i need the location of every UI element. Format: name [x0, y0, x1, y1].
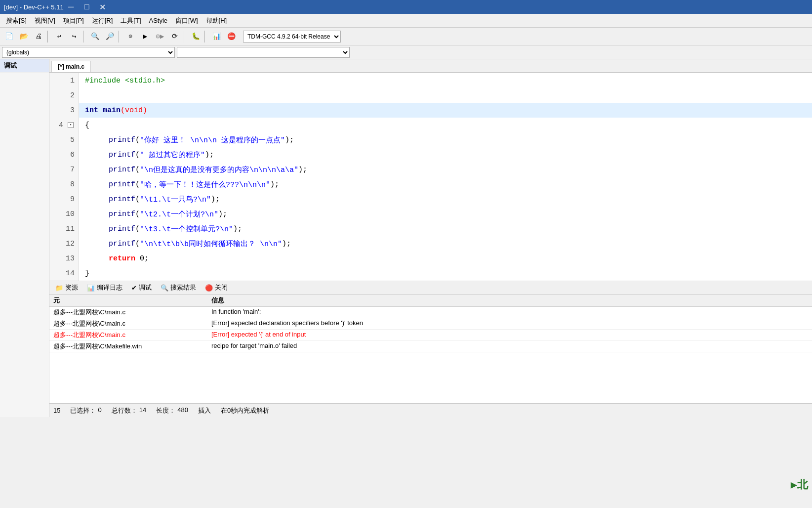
code-printf-6: printf [109, 151, 135, 159]
code-return: return [109, 254, 135, 263]
error-row-1[interactable]: 超多---北盟网校\C\main.c In function 'main': [49, 307, 812, 318]
status-length-val: 480 [177, 406, 188, 415]
menu-run[interactable]: 运行[R] [88, 14, 117, 27]
code-p7-rest: ( [135, 166, 140, 174]
menu-help[interactable]: 帮助[H] [202, 14, 231, 27]
line-num-13: 13 [49, 251, 79, 266]
code-printf-10: printf [109, 210, 135, 218]
statusbar: 15 已选择： 0 总行数： 14 长度： 480 插入 在0秒内完成解析 [49, 403, 812, 417]
code-line-3: int main(void) [79, 103, 812, 118]
line-num-7: 7 [49, 162, 79, 177]
code-str-5: "你好 这里！ \n\n\n 这是程序的一点点" [140, 135, 285, 145]
chart-btn[interactable]: 📊 [209, 30, 223, 43]
error-col-msg: 信息 [211, 296, 808, 305]
symbol-dropdown[interactable] [177, 47, 350, 58]
code-line-9: printf("\t1.\t一只鸟?\n"); [79, 192, 812, 207]
status-parse-label: 在0秒内完成解析 [221, 406, 269, 415]
code-area[interactable]: #include <stdio.h> int main(void) { [79, 73, 812, 281]
minimize-button[interactable]: ─ [64, 0, 79, 14]
error-file-3: 超多---北盟网校\C\main.c [53, 331, 211, 339]
status-line-val: 15 [53, 407, 60, 414]
toolbar-sep-2 [83, 31, 86, 42]
debug-icon: ✔ [131, 284, 137, 292]
new-button[interactable]: 📄 [2, 30, 16, 43]
code-p12-rest: ( [135, 240, 140, 248]
menu-project[interactable]: 项目[P] [59, 14, 88, 27]
code-printf-12: printf [109, 240, 135, 248]
left-tab-debug[interactable]: 调试 [0, 59, 49, 73]
line-num-10: 10 [49, 207, 79, 221]
code-str-7: "\n但是这真的是没有更多的内容\n\n\n\a\a" [140, 165, 298, 174]
compile-btn[interactable]: ⚙ [123, 30, 137, 43]
error-row-2[interactable]: 超多---北盟网校\C\main.c [Error] expected decl… [49, 318, 812, 330]
status-insert-label: 插入 [198, 406, 211, 415]
toolbar: 📄 📂 🖨 ↩ ↪ 🔍 🔎 ⚙ ▶ ⚙▶ ⟳ 🐛 📊 ⛔ TDM-GCC 4.9… [0, 28, 812, 45]
undo-button[interactable]: ↩ [52, 30, 66, 43]
open-button[interactable]: 📂 [17, 30, 31, 43]
globals-dropdown[interactable]: (globals) [2, 47, 175, 58]
search-btn[interactable]: 🔍 [88, 30, 102, 43]
close-icon: 🔴 [205, 284, 213, 292]
code-p11-rest: ( [135, 225, 140, 233]
code-main: main [103, 106, 121, 115]
dropdowns-row: (globals) [0, 45, 812, 59]
status-line: 15 [53, 407, 60, 414]
line-num-8: 8 [49, 177, 79, 192]
error-file-2: 超多---北盟网校\C\main.c [53, 319, 211, 328]
error-msg-3: [Error] expected '{' at end of input [211, 331, 808, 339]
code-brace-close: } [85, 269, 89, 278]
code-void: void [125, 106, 143, 115]
bottom-tab-debug[interactable]: ✔ 调试 [127, 282, 156, 293]
toolbar-sep-5 [204, 31, 207, 42]
code-p5-end: ); [285, 136, 294, 144]
bottom-tab-close[interactable]: 🔴 关闭 [201, 282, 232, 293]
status-selected-label: 已选择： [70, 406, 96, 415]
code-ret-space [135, 254, 140, 263]
error-row-3[interactable]: 超多---北盟网校\C\main.c [Error] expected '{' … [49, 330, 812, 341]
close-button[interactable]: ✕ [95, 0, 110, 14]
maximize-button[interactable]: □ [80, 0, 94, 14]
bottom-tab-compile-log[interactable]: 📊 编译日志 [83, 282, 126, 293]
status-selected-val: 0 [98, 406, 101, 415]
search-icon: 🔍 [161, 284, 168, 292]
code-str-9: "\t1.\t一只鸟?\n" [140, 195, 211, 204]
fold-4[interactable]: ▪ [68, 122, 74, 128]
error-msg-1: In function 'main': [211, 308, 808, 317]
code-printf-7: printf [109, 166, 135, 174]
line-num-5: 5 [49, 132, 79, 147]
debug-btn[interactable]: 🐛 [189, 30, 203, 43]
code-str-12: "\n\t\t\b\b同时如何循环输出？ \n\n" [140, 239, 282, 249]
rebuild-btn[interactable]: ⟳ [168, 30, 182, 43]
debug-label: 调试 [139, 283, 152, 292]
menu-astyle[interactable]: AStyle [145, 15, 172, 26]
menu-search[interactable]: 搜索[S] [2, 14, 31, 27]
compiler-select[interactable]: TDM-GCC 4.9.2 64-bit Release [243, 31, 341, 42]
menu-view[interactable]: 视图[V] [31, 14, 59, 27]
replace-btn[interactable]: 🔎 [103, 30, 117, 43]
compilelog-icon: 📊 [87, 284, 95, 292]
bottom-tab-resources[interactable]: 📁 资源 [51, 282, 82, 293]
error-row-4[interactable]: 超多---北盟网校\C\Makefile.win recipe for targ… [49, 341, 812, 352]
code-p11-end: ); [233, 225, 242, 233]
redo-button[interactable]: ↪ [67, 30, 81, 43]
code-printf-11: printf [109, 225, 135, 233]
compilrun-btn[interactable]: ⚙▶ [153, 30, 167, 43]
code-p12-end: ); [282, 240, 291, 248]
code-line-11: printf("\t3.\t一个控制单元?\n"); [79, 221, 812, 236]
resources-icon: 📁 [55, 284, 63, 292]
code-int: int [85, 106, 98, 115]
code-ret-val: 0 [140, 254, 144, 263]
tab-main-c[interactable]: [*] main.c [51, 61, 91, 72]
menu-tools[interactable]: 工具[T] [117, 14, 145, 27]
error-msg-2: [Error] expected declaration specifiers … [211, 319, 808, 328]
stop-btn[interactable]: ⛔ [224, 30, 238, 43]
status-insert: 插入 [198, 406, 211, 415]
code-printf-5: printf [109, 136, 135, 144]
status-total: 总行数： 14 [112, 406, 146, 415]
menu-window[interactable]: 窗口[W] [171, 14, 202, 27]
bottom-tab-search[interactable]: 🔍 搜索结果 [157, 282, 200, 293]
code-line-12: printf("\n\t\t\b\b同时如何循环输出？ \n\n"); [79, 236, 812, 251]
code-p8-rest: ( [135, 180, 140, 189]
run-btn[interactable]: ▶ [138, 30, 152, 43]
print-button[interactable]: 🖨 [32, 30, 45, 43]
